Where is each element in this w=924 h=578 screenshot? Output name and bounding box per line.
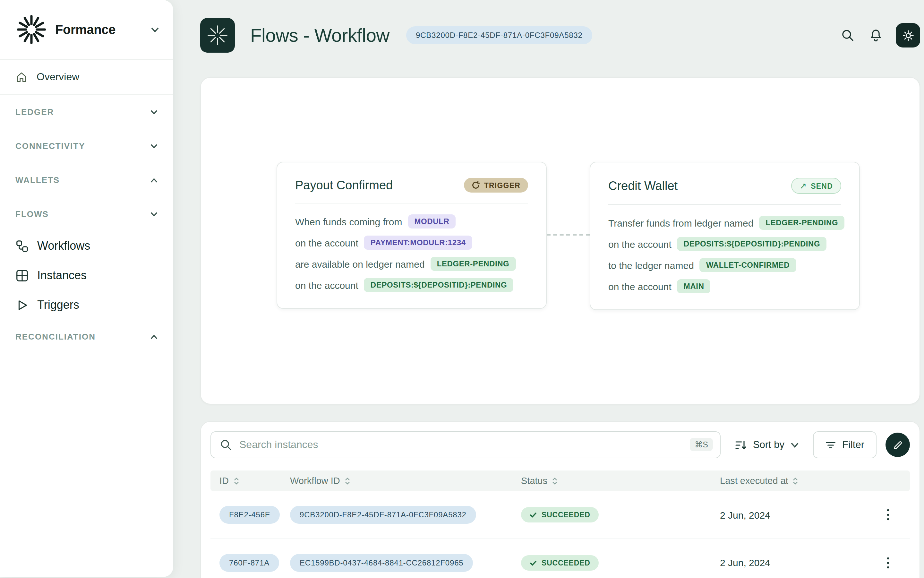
table-row[interactable]: 760F-871A EC1599BD-0437-4684-8841-CC2681… [211, 539, 910, 578]
keyboard-shortcut-badge: ⌘S [689, 438, 713, 451]
sort-arrows-icon [793, 476, 799, 485]
node-line: on the account DEPOSITS:${DEPOSITID}:PEN… [608, 236, 841, 252]
node-line: When funds coming from MODULR [295, 214, 528, 229]
send-badge: ↗ SEND [791, 178, 841, 194]
settings-button[interactable] [896, 23, 920, 47]
row-actions-menu[interactable] [879, 506, 897, 524]
column-header-workflow-id[interactable]: Workflow ID [290, 476, 521, 486]
sidebar-section-reconciliation[interactable]: RECONCILIATION [0, 320, 173, 354]
sort-arrows-icon [233, 476, 239, 485]
chevron-up-icon [150, 334, 158, 339]
bell-icon [869, 28, 883, 42]
node-line: Transfer funds from ledger named LEDGER-… [608, 215, 841, 231]
check-icon [529, 559, 537, 567]
value-tag: DEPOSITS:${DEPOSITID}:PENDING [364, 278, 514, 292]
chevron-down-icon [150, 143, 158, 149]
value-tag: DEPOSITS:${DEPOSITID}:PENDING [677, 237, 827, 251]
sort-arrows-icon [345, 476, 350, 485]
home-icon [15, 71, 28, 83]
workflow-node-credit-wallet[interactable]: Credit Wallet ↗ SEND Transfer funds from… [590, 162, 860, 310]
instances-panel: ⌘S Sort by Filter [200, 421, 920, 578]
sidebar-item-instances[interactable]: Instances [0, 261, 173, 290]
value-tag: LEDGER-PENDING [759, 216, 845, 230]
status-badge: SUCCEEDED [521, 555, 599, 570]
row-actions-menu[interactable] [879, 554, 897, 572]
node-line: on the account PAYMENT:MODULR:1234 [295, 235, 528, 250]
value-tag: PAYMENT:MODULR:1234 [364, 235, 472, 250]
value-tag: LEDGER-PENDING [431, 257, 516, 271]
instances-table: ID Workflow ID Status Last executed at [211, 471, 910, 578]
table-header-row: ID Workflow ID Status Last executed at [211, 471, 910, 491]
value-tag: MAIN [677, 279, 711, 293]
sidebar-item-triggers[interactable]: Triggers [0, 290, 173, 320]
column-header-status[interactable]: Status [521, 476, 720, 486]
node-connector [547, 234, 590, 235]
sidebar-section-ledger[interactable]: LEDGER [0, 95, 173, 129]
node-body: Transfer funds from ledger named LEDGER-… [608, 215, 841, 294]
value-tag: WALLET-CONFIRMED [700, 258, 796, 272]
workflow-id-badge: 9CB3200D-F8E2-45DF-871A-0FC3F09A5832 [290, 506, 476, 524]
refresh-icon [472, 181, 480, 189]
search-icon [841, 28, 855, 42]
chevron-down-icon [150, 211, 158, 217]
node-body: When funds coming from MODULR on the acc… [295, 214, 528, 293]
flows-app-icon [200, 18, 235, 53]
node-title: Credit Wallet [608, 179, 678, 193]
workflow-node-payout-confirmed[interactable]: Payout Confirmed TRIGGER When funds comi… [277, 162, 547, 309]
pen-icon [892, 439, 903, 450]
last-executed-value: 2 Jun, 2024 [720, 557, 875, 568]
play-icon [15, 298, 29, 312]
trigger-badge: TRIGGER [464, 178, 528, 193]
sidebar-section-wallets[interactable]: WALLETS [0, 163, 173, 197]
instance-id-badge: 760F-871A [219, 554, 279, 572]
sidebar-item-overview[interactable]: Overview [0, 60, 173, 95]
sidebar-section-flows[interactable]: FLOWS [0, 197, 173, 231]
compose-button[interactable] [885, 433, 910, 457]
page-title: Flows - Workflow [250, 25, 389, 46]
node-header: Payout Confirmed TRIGGER [295, 178, 528, 203]
chevron-down-icon [150, 109, 158, 115]
filter-button[interactable]: Filter [813, 431, 877, 458]
app: Formance Overview LEDGER CONNECTIVITY WA… [0, 0, 924, 578]
instance-id-badge: F8E2-456E [219, 506, 280, 524]
kebab-icon [887, 509, 889, 521]
value-tag: MODULR [408, 214, 456, 229]
node-line: on the account DEPOSITS:${DEPOSITID}:PEN… [295, 277, 528, 293]
brand-name: Formance [55, 22, 115, 37]
kebab-icon [887, 557, 889, 568]
grid-icon [15, 269, 29, 282]
node-line: on the account MAIN [608, 279, 841, 294]
node-line: are available on ledger named LEDGER-PEN… [295, 256, 528, 271]
workflow-id-badge: EC1599BD-0437-4684-8841-CC26812F0965 [290, 554, 473, 572]
table-row[interactable]: F8E2-456E 9CB3200D-F8E2-45DF-871A-0FC3F0… [211, 491, 910, 539]
sort-icon [735, 439, 747, 451]
page-header: Flows - Workflow 9CB3200D-F8E2-45DF-871A… [200, 18, 920, 53]
workflow-icon [15, 239, 29, 253]
chevron-up-icon [150, 177, 158, 183]
workflow-id-badge: 9CB3200D-F8E2-45DF-871A-0FC3F09A5832 [406, 26, 592, 44]
arrow-up-right-icon: ↗ [799, 182, 807, 190]
main-content: Flows - Workflow 9CB3200D-F8E2-45DF-871A… [173, 0, 924, 578]
sidebar-item-label: Overview [37, 71, 79, 83]
search-instances-wrap: ⌘S [211, 431, 721, 458]
node-line: to the ledger named WALLET-CONFIRMED [608, 257, 841, 273]
column-header-id[interactable]: ID [219, 476, 290, 486]
filter-icon [825, 439, 836, 450]
sort-by-button[interactable]: Sort by [730, 431, 804, 458]
formance-logo-icon [15, 13, 47, 45]
org-switcher[interactable]: Formance [0, 0, 173, 60]
notifications-button[interactable] [867, 27, 884, 44]
sort-arrows-icon [552, 476, 558, 485]
instances-toolbar: ⌘S Sort by Filter [211, 431, 910, 458]
workflow-canvas: Payout Confirmed TRIGGER When funds comi… [200, 77, 920, 404]
column-header-last-executed[interactable]: Last executed at [720, 476, 875, 486]
sidebar-section-connectivity[interactable]: CONNECTIVITY [0, 129, 173, 163]
status-badge: SUCCEEDED [521, 507, 599, 523]
chevron-down-icon [151, 27, 159, 32]
node-title: Payout Confirmed [295, 178, 393, 192]
search-button[interactable] [839, 27, 856, 44]
node-header: Credit Wallet ↗ SEND [608, 178, 841, 205]
search-instances-input[interactable] [211, 431, 721, 458]
sidebar-item-workflows[interactable]: Workflows [0, 231, 173, 261]
last-executed-value: 2 Jun, 2024 [720, 509, 875, 520]
